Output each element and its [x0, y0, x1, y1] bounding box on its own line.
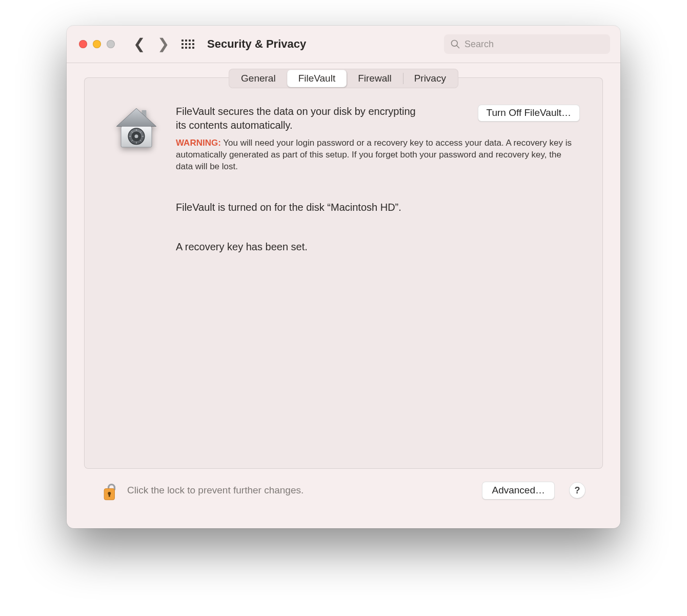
svg-line-1: [457, 46, 459, 48]
warning-text: You will need your login password or a r…: [176, 138, 572, 171]
svg-point-15: [134, 134, 138, 138]
tab-general[interactable]: General: [230, 70, 287, 87]
unlock-icon[interactable]: [102, 479, 119, 502]
window-title: Security & Privacy: [207, 37, 306, 51]
footer-bar: Click the lock to prevent further change…: [84, 469, 603, 516]
tab-privacy[interactable]: Privacy: [403, 70, 457, 87]
forward-button[interactable]: ❯: [157, 37, 169, 51]
title-bar: ❮ ❯ Security & Privacy: [67, 26, 620, 63]
filevault-recovery-status: A recovery key has been set.: [176, 241, 580, 253]
preferences-window: ❮ ❯ Security & Privacy General: [67, 26, 620, 528]
turn-off-filevault-button[interactable]: Turn Off FileVault…: [478, 105, 580, 122]
content-panel: General FileVault Firewall Privacy: [84, 77, 603, 469]
filevault-icon: [112, 106, 161, 151]
zoom-window-button[interactable]: [107, 40, 115, 48]
lock-hint-text: Click the lock to prevent further change…: [127, 485, 304, 496]
minimize-window-button[interactable]: [93, 40, 101, 48]
filevault-warning: WARNING: You will need your login passwo…: [176, 137, 580, 173]
close-window-button[interactable]: [79, 40, 87, 48]
svg-rect-19: [109, 493, 110, 497]
warning-label: WARNING:: [176, 138, 221, 148]
window-body: General FileVault Firewall Privacy: [67, 63, 620, 528]
tab-bar: General FileVault Firewall Privacy: [229, 69, 458, 88]
nav-arrows: ❮ ❯: [133, 37, 169, 51]
search-icon: [450, 39, 460, 49]
window-controls: [79, 40, 115, 48]
tab-firewall[interactable]: Firewall: [347, 70, 402, 87]
show-all-icon[interactable]: [181, 39, 193, 49]
svg-marker-3: [116, 108, 156, 126]
filevault-disk-status: FileVault is turned on for the disk “Mac…: [176, 202, 580, 213]
advanced-button[interactable]: Advanced…: [482, 482, 555, 500]
search-input[interactable]: [444, 34, 610, 54]
tab-filevault[interactable]: FileVault: [287, 70, 347, 87]
back-button[interactable]: ❮: [133, 37, 145, 51]
search-field-wrap: [444, 34, 610, 54]
filevault-intro-text: FileVault secures the data on your disk …: [176, 105, 422, 132]
help-button[interactable]: ?: [569, 482, 585, 499]
